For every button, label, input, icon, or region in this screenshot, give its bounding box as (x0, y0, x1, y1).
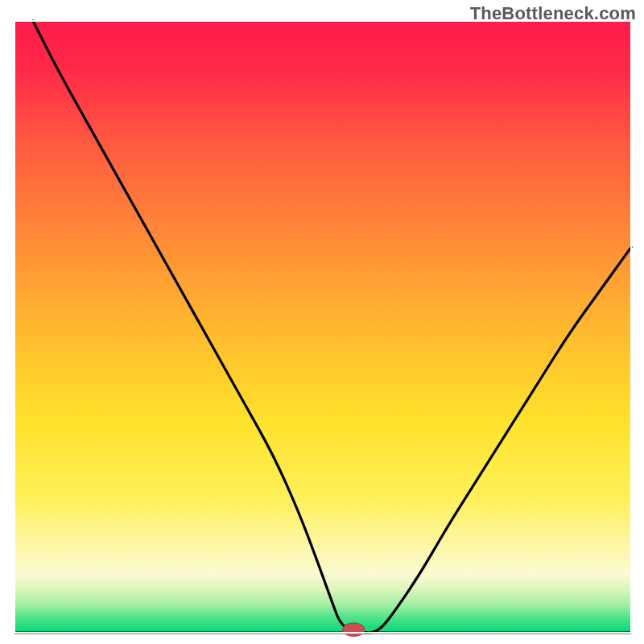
bottleneck-chart: TheBottleneck.com (0, 0, 644, 644)
watermark-text: TheBottleneck.com (470, 3, 636, 24)
chart-svg (0, 0, 644, 644)
optimal-marker (343, 623, 365, 637)
plot-background (14, 21, 631, 633)
